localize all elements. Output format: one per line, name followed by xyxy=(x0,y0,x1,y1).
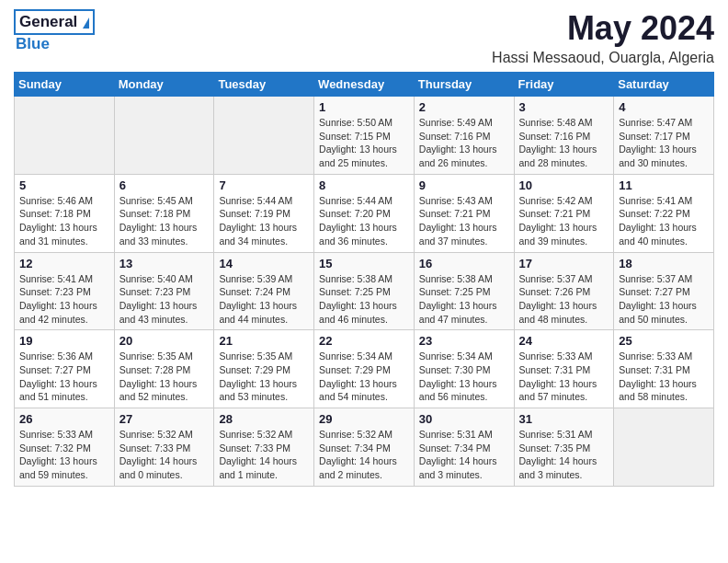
day-info: Sunrise: 5:35 AMSunset: 7:28 PMDaylight:… xyxy=(119,350,210,404)
day-number: 31 xyxy=(519,412,609,426)
calendar-body: 1Sunrise: 5:50 AMSunset: 7:15 PMDaylight… xyxy=(15,97,714,487)
title-area: May 2024 Hassi Messaoud, Ouargla, Algeri… xyxy=(492,9,714,66)
calendar-week-row: 5Sunrise: 5:46 AMSunset: 7:18 PMDaylight… xyxy=(15,174,714,252)
day-info: Sunrise: 5:41 AMSunset: 7:23 PMDaylight:… xyxy=(19,272,109,327)
calendar-cell: 22Sunrise: 5:34 AMSunset: 7:29 PMDayligh… xyxy=(314,330,415,408)
calendar-cell: 29Sunrise: 5:32 AMSunset: 7:34 PMDayligh… xyxy=(314,408,415,487)
day-number: 15 xyxy=(319,257,409,270)
day-number: 3 xyxy=(519,100,609,114)
day-of-week-header: Wednesday xyxy=(314,73,415,97)
day-info: Sunrise: 5:46 AMSunset: 7:18 PMDaylight:… xyxy=(19,194,109,248)
calendar-week-row: 1Sunrise: 5:50 AMSunset: 7:15 PMDaylight… xyxy=(15,97,714,175)
day-number: 9 xyxy=(419,178,509,192)
day-number: 1 xyxy=(319,100,409,114)
day-info: Sunrise: 5:33 AMSunset: 7:31 PMDaylight:… xyxy=(519,350,609,404)
calendar-cell: 6Sunrise: 5:45 AMSunset: 7:18 PMDaylight… xyxy=(114,174,214,252)
day-number: 12 xyxy=(19,257,109,270)
day-number: 19 xyxy=(19,334,109,348)
day-number: 27 xyxy=(119,412,210,426)
day-info: Sunrise: 5:50 AMSunset: 7:15 PMDaylight:… xyxy=(319,116,409,170)
main-title: May 2024 xyxy=(492,9,714,48)
day-info: Sunrise: 5:32 AMSunset: 7:34 PMDaylight:… xyxy=(319,428,409,482)
calendar-week-row: 19Sunrise: 5:36 AMSunset: 7:27 PMDayligh… xyxy=(15,330,714,408)
day-info: Sunrise: 5:37 AMSunset: 7:26 PMDaylight:… xyxy=(519,272,609,327)
day-of-week-header: Thursday xyxy=(414,73,514,97)
day-info: Sunrise: 5:34 AMSunset: 7:30 PMDaylight:… xyxy=(419,350,509,404)
calendar-cell: 16Sunrise: 5:38 AMSunset: 7:25 PMDayligh… xyxy=(414,252,514,330)
day-info: Sunrise: 5:44 AMSunset: 7:19 PMDaylight:… xyxy=(219,194,309,248)
day-number: 16 xyxy=(419,257,509,270)
day-number: 17 xyxy=(519,257,609,270)
calendar-cell: 13Sunrise: 5:40 AMSunset: 7:23 PMDayligh… xyxy=(114,252,214,330)
calendar-cell: 24Sunrise: 5:33 AMSunset: 7:31 PMDayligh… xyxy=(514,330,614,408)
day-number: 6 xyxy=(119,178,210,192)
logo-triangle-icon xyxy=(83,17,89,29)
day-info: Sunrise: 5:34 AMSunset: 7:29 PMDaylight:… xyxy=(319,350,409,404)
calendar-cell xyxy=(614,408,714,487)
subtitle: Hassi Messaoud, Ouargla, Algeria xyxy=(492,50,714,66)
day-info: Sunrise: 5:37 AMSunset: 7:27 PMDaylight:… xyxy=(619,272,709,327)
day-info: Sunrise: 5:44 AMSunset: 7:20 PMDaylight:… xyxy=(319,194,409,248)
calendar-cell xyxy=(114,97,214,175)
day-info: Sunrise: 5:49 AMSunset: 7:16 PMDaylight:… xyxy=(419,116,509,170)
day-of-week-header: Saturday xyxy=(614,73,714,97)
calendar-cell: 8Sunrise: 5:44 AMSunset: 7:20 PMDaylight… xyxy=(314,174,415,252)
logo-blue: Blue xyxy=(14,35,50,52)
day-number: 25 xyxy=(619,334,709,348)
calendar-cell: 20Sunrise: 5:35 AMSunset: 7:28 PMDayligh… xyxy=(114,330,214,408)
calendar-cell: 3Sunrise: 5:48 AMSunset: 7:16 PMDaylight… xyxy=(514,97,614,175)
calendar-cell: 14Sunrise: 5:39 AMSunset: 7:24 PMDayligh… xyxy=(214,252,314,330)
day-number: 22 xyxy=(319,334,409,348)
calendar-cell: 25Sunrise: 5:33 AMSunset: 7:31 PMDayligh… xyxy=(614,330,714,408)
day-header-row: SundayMondayTuesdayWednesdayThursdayFrid… xyxy=(15,73,714,97)
day-info: Sunrise: 5:45 AMSunset: 7:18 PMDaylight:… xyxy=(119,194,210,248)
calendar-cell: 21Sunrise: 5:35 AMSunset: 7:29 PMDayligh… xyxy=(214,330,314,408)
day-number: 5 xyxy=(19,178,109,192)
logo-box: General xyxy=(14,9,95,35)
day-info: Sunrise: 5:33 AMSunset: 7:31 PMDaylight:… xyxy=(619,350,709,404)
day-number: 14 xyxy=(219,257,309,270)
day-number: 8 xyxy=(319,178,409,192)
calendar-cell: 26Sunrise: 5:33 AMSunset: 7:32 PMDayligh… xyxy=(15,408,115,487)
calendar-cell: 19Sunrise: 5:36 AMSunset: 7:27 PMDayligh… xyxy=(15,330,115,408)
calendar-cell: 11Sunrise: 5:41 AMSunset: 7:22 PMDayligh… xyxy=(614,174,714,252)
calendar-cell: 30Sunrise: 5:31 AMSunset: 7:34 PMDayligh… xyxy=(414,408,514,487)
day-number: 10 xyxy=(519,178,609,192)
calendar-week-row: 12Sunrise: 5:41 AMSunset: 7:23 PMDayligh… xyxy=(15,252,714,330)
day-info: Sunrise: 5:36 AMSunset: 7:27 PMDaylight:… xyxy=(19,350,109,404)
day-number: 13 xyxy=(119,257,210,270)
logo-general: General xyxy=(19,13,77,30)
calendar-cell: 18Sunrise: 5:37 AMSunset: 7:27 PMDayligh… xyxy=(614,252,714,330)
day-number: 30 xyxy=(419,412,509,426)
calendar-cell xyxy=(214,97,314,175)
day-of-week-header: Sunday xyxy=(15,73,115,97)
calendar-cell: 10Sunrise: 5:42 AMSunset: 7:21 PMDayligh… xyxy=(514,174,614,252)
day-of-week-header: Tuesday xyxy=(214,73,314,97)
day-number: 21 xyxy=(219,334,309,348)
calendar-cell: 15Sunrise: 5:38 AMSunset: 7:25 PMDayligh… xyxy=(314,252,415,330)
calendar-cell: 5Sunrise: 5:46 AMSunset: 7:18 PMDaylight… xyxy=(15,174,115,252)
day-info: Sunrise: 5:43 AMSunset: 7:21 PMDaylight:… xyxy=(419,194,509,248)
day-info: Sunrise: 5:31 AMSunset: 7:34 PMDaylight:… xyxy=(419,428,509,482)
day-info: Sunrise: 5:42 AMSunset: 7:21 PMDaylight:… xyxy=(519,194,609,248)
logo: General Blue xyxy=(14,9,95,53)
day-of-week-header: Monday xyxy=(114,73,214,97)
day-number: 28 xyxy=(219,412,309,426)
calendar-cell: 28Sunrise: 5:32 AMSunset: 7:33 PMDayligh… xyxy=(214,408,314,487)
day-info: Sunrise: 5:41 AMSunset: 7:22 PMDaylight:… xyxy=(619,194,709,248)
calendar-cell: 27Sunrise: 5:32 AMSunset: 7:33 PMDayligh… xyxy=(114,408,214,487)
day-info: Sunrise: 5:40 AMSunset: 7:23 PMDaylight:… xyxy=(119,272,210,327)
calendar-cell: 31Sunrise: 5:31 AMSunset: 7:35 PMDayligh… xyxy=(514,408,614,487)
calendar-cell: 12Sunrise: 5:41 AMSunset: 7:23 PMDayligh… xyxy=(15,252,115,330)
page-header: General Blue May 2024 Hassi Messaoud, Ou… xyxy=(14,9,714,66)
calendar-cell: 23Sunrise: 5:34 AMSunset: 7:30 PMDayligh… xyxy=(414,330,514,408)
calendar-header: SundayMondayTuesdayWednesdayThursdayFrid… xyxy=(15,73,714,97)
calendar-cell: 17Sunrise: 5:37 AMSunset: 7:26 PMDayligh… xyxy=(514,252,614,330)
day-info: Sunrise: 5:38 AMSunset: 7:25 PMDaylight:… xyxy=(319,272,409,327)
day-info: Sunrise: 5:33 AMSunset: 7:32 PMDaylight:… xyxy=(19,428,109,482)
calendar-cell: 7Sunrise: 5:44 AMSunset: 7:19 PMDaylight… xyxy=(214,174,314,252)
calendar-week-row: 26Sunrise: 5:33 AMSunset: 7:32 PMDayligh… xyxy=(15,408,714,487)
day-info: Sunrise: 5:35 AMSunset: 7:29 PMDaylight:… xyxy=(219,350,309,404)
day-number: 20 xyxy=(119,334,210,348)
day-number: 24 xyxy=(519,334,609,348)
